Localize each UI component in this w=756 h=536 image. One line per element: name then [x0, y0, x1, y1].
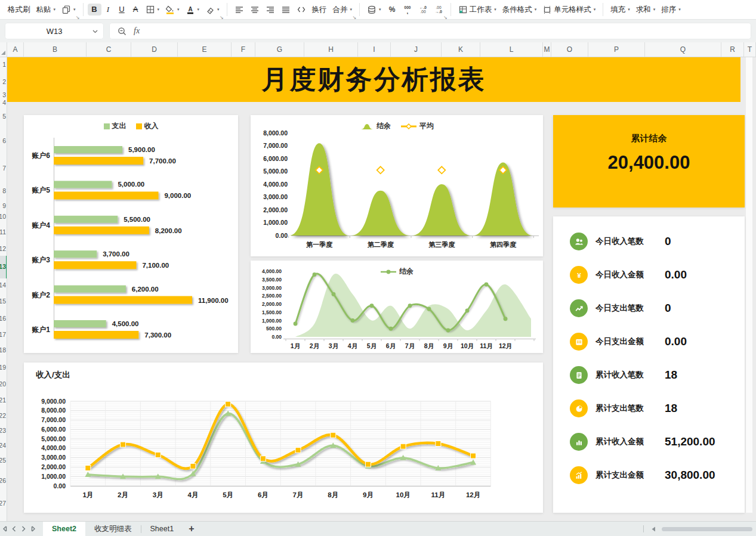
row-header-24[interactable]: 24 [0, 442, 6, 449]
row-header-11[interactable]: 11 [0, 228, 6, 236]
row-header-22[interactable]: 22 [0, 412, 6, 419]
fill-button[interactable]: 填充▾ [607, 3, 633, 17]
sort-button[interactable]: 排序▾ [658, 3, 684, 17]
row-header-20[interactable]: 20 [0, 380, 6, 388]
group-expand-icon[interactable]: ↘ [352, 15, 356, 20]
align-center-button[interactable] [247, 3, 263, 16]
row-header-13[interactable]: 13 [0, 263, 6, 270]
column-header-M[interactable]: M [543, 42, 551, 57]
italic-button[interactable]: I [101, 4, 115, 16]
align-justify-button[interactable] [278, 3, 294, 16]
horizontal-scrollbar-thumb[interactable] [662, 527, 752, 531]
group-expand-icon[interactable]: ↘ [76, 15, 80, 20]
wrap-text-button[interactable]: 换行 [309, 3, 330, 17]
eraser-button[interactable]: ▾ [202, 3, 223, 16]
row-header-21[interactable]: 21 [0, 396, 6, 404]
merge-cells-button[interactable]: 合并▾ [330, 3, 356, 17]
column-header-Q[interactable]: Q [645, 42, 721, 57]
column-header-G[interactable]: G [255, 42, 304, 57]
column-header-I[interactable]: I [358, 42, 391, 57]
last-sheet-button[interactable] [29, 522, 38, 536]
add-sheet-button[interactable]: + [183, 523, 200, 534]
monthly-balance-line-chart[interactable]: 0.00500.001,000.001,500.002,000.002,500.… [251, 261, 543, 353]
row-header-26[interactable]: 26 [0, 477, 6, 484]
column-header-H[interactable]: H [304, 42, 358, 57]
row-header-10[interactable]: 10 [0, 213, 6, 220]
group-expand-icon[interactable]: ↘ [443, 15, 448, 20]
borders-button[interactable]: ▾ [143, 3, 163, 16]
column-header-O[interactable]: O [551, 42, 588, 57]
currency-format-button[interactable]: ▾ [364, 3, 384, 16]
column-header-B[interactable]: B [24, 42, 87, 57]
cell-style-button[interactable]: 单元格样式▾ [539, 3, 598, 17]
row-header-15[interactable]: 15 [0, 298, 6, 305]
column-header-C[interactable]: C [87, 42, 131, 57]
chevron-down-icon: ▾ [177, 7, 180, 12]
row-header-17[interactable]: 17 [0, 331, 6, 338]
row-header-7[interactable]: 7 [0, 165, 6, 172]
select-all-corner[interactable] [0, 42, 7, 57]
row-header-19[interactable]: 19 [0, 364, 6, 371]
column-header-P[interactable]: P [588, 42, 645, 57]
strikethrough-button[interactable]: A [129, 4, 143, 16]
group-expand-icon[interactable]: ↘ [220, 15, 224, 20]
paste-button[interactable]: 粘贴▾ [33, 3, 59, 17]
column-header-T[interactable]: T [744, 42, 756, 57]
conditional-format-button[interactable]: 条件格式▾ [499, 3, 540, 17]
accounts-bar-chart[interactable]: 账户65,900.007,700.00账户55,000.009,000.00账户… [24, 115, 238, 353]
row-header-5[interactable]: 5 [0, 113, 6, 120]
column-header-F[interactable]: F [232, 42, 255, 57]
next-sheet-button[interactable] [19, 522, 29, 536]
align-right-button[interactable] [263, 3, 278, 16]
sum-button[interactable]: 求和▾ [633, 3, 659, 17]
increase-decimal-button[interactable]: .00→.0 [431, 3, 446, 16]
name-box[interactable]: W13 [5, 23, 104, 39]
column-header-A[interactable]: A [7, 42, 24, 57]
quarterly-area-chart[interactable]: 0.001,000.002,000.003,000.004,000.005,00… [251, 115, 543, 256]
row-header-12[interactable]: 12 [0, 245, 6, 252]
row-header-27[interactable]: 27 [0, 500, 6, 507]
row-header-1[interactable]: 1 [0, 61, 6, 68]
column-header-K[interactable]: K [442, 42, 480, 57]
decrease-decimal-button[interactable]: ←.0.00 [415, 3, 431, 16]
worksheet-button[interactable]: 工作表▾ [455, 3, 499, 17]
ledger-icon [570, 366, 588, 384]
column-header-E[interactable]: E [178, 42, 232, 57]
column-header-D[interactable]: D [131, 42, 178, 57]
sheet-tab-Sheet2[interactable]: Sheet2 [43, 522, 85, 536]
scroll-left-icon[interactable] [651, 526, 656, 532]
income-expense-line-chart[interactable]: 0.001,000.002,000.003,000.004,000.005,00… [24, 363, 543, 513]
first-sheet-button[interactable] [0, 522, 10, 536]
comma-format-button[interactable]: 000, [400, 3, 415, 16]
column-header-J[interactable]: J [391, 42, 442, 57]
row-header-2[interactable]: 2 [0, 78, 6, 85]
sheet-tab-Sheet1[interactable]: Sheet1 [141, 522, 183, 536]
row-header-3[interactable]: 3 [0, 91, 6, 98]
row-header-16[interactable]: 16 [0, 315, 6, 322]
styles-group: 工作表▾条件格式▾单元格样式▾ [454, 0, 600, 19]
row-header-9[interactable]: 9 [0, 202, 6, 209]
format-painter-button[interactable]: 格式刷 [5, 3, 33, 17]
underline-button[interactable]: U [115, 4, 129, 16]
row-header-8[interactable]: 8 [0, 187, 6, 194]
copy-button[interactable]: ▾ [58, 3, 79, 16]
brackets-button[interactable] [294, 3, 309, 16]
row-header-18[interactable]: 18 [0, 346, 6, 354]
align-left-button[interactable] [232, 3, 247, 16]
font-color-button[interactable]: A▾ [183, 3, 203, 16]
row-header-6[interactable]: 6 [0, 137, 6, 144]
row-header-14[interactable]: 14 [0, 281, 6, 289]
sheet-tab-收支明细表[interactable]: 收支明细表 [85, 522, 141, 536]
formula-input[interactable]: fx [109, 23, 751, 39]
column-header-R[interactable]: R [721, 42, 744, 57]
row-header-23[interactable]: 23 [0, 427, 6, 434]
row-header-4[interactable]: 4 [0, 99, 6, 106]
row-header-25[interactable]: 25 [0, 457, 6, 464]
bold-button[interactable]: B [88, 4, 101, 16]
fill-color-button[interactable]: ▾ [162, 3, 183, 16]
formula-bar: W13 fx [0, 20, 756, 42]
column-header-L[interactable]: L [480, 42, 543, 57]
prev-sheet-button[interactable] [10, 522, 19, 536]
calendar-icon [570, 333, 588, 351]
percent-format-button[interactable]: % [384, 3, 400, 16]
